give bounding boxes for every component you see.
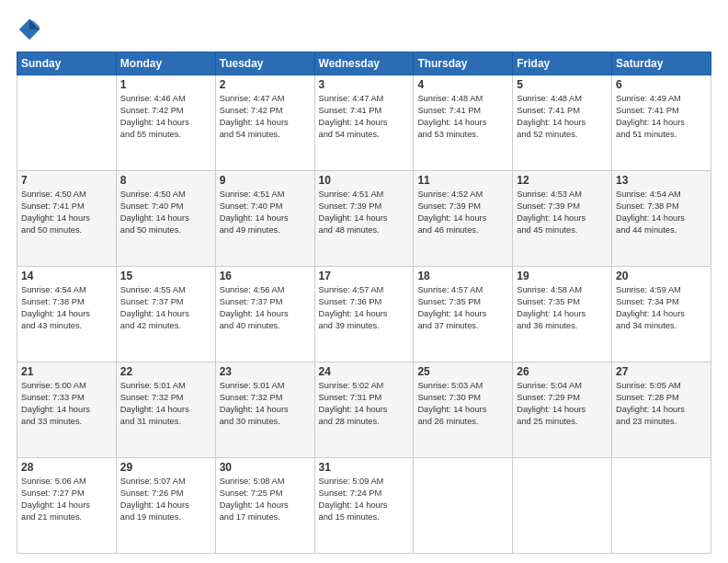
calendar-cell: 1Sunrise: 4:46 AMSunset: 7:42 PMDaylight… — [116, 75, 215, 171]
cell-content: Sunrise: 5:03 AMSunset: 7:30 PMDaylight:… — [417, 380, 508, 428]
day-number: 16 — [220, 270, 311, 282]
day-number: 10 — [319, 174, 410, 187]
cell-content: Sunrise: 4:54 AMSunset: 7:38 PMDaylight:… — [616, 189, 707, 236]
calendar-cell: 17Sunrise: 4:57 AMSunset: 7:36 PMDayligh… — [314, 267, 414, 362]
cell-content: Sunrise: 4:47 AMSunset: 7:41 PMDaylight:… — [319, 93, 410, 141]
cell-content: Sunrise: 4:48 AMSunset: 7:41 PMDaylight:… — [417, 93, 508, 141]
cell-content: Sunrise: 4:54 AMSunset: 7:38 PMDaylight:… — [21, 284, 112, 332]
calendar-week-3: 14Sunrise: 4:54 AMSunset: 7:38 PMDayligh… — [17, 267, 711, 362]
calendar-cell: 21Sunrise: 5:00 AMSunset: 7:33 PMDayligh… — [17, 362, 117, 458]
day-number: 20 — [616, 270, 707, 282]
cell-content: Sunrise: 4:57 AMSunset: 7:35 PMDaylight:… — [417, 284, 508, 332]
cell-content: Sunrise: 5:00 AMSunset: 7:33 PMDaylight:… — [21, 380, 112, 428]
day-number: 13 — [616, 174, 707, 187]
calendar-week-4: 21Sunrise: 5:00 AMSunset: 7:33 PMDayligh… — [17, 362, 711, 458]
cell-content: Sunrise: 4:56 AMSunset: 7:37 PMDaylight:… — [220, 284, 311, 332]
calendar-cell: 9Sunrise: 4:51 AMSunset: 7:40 PMDaylight… — [215, 171, 314, 267]
weekday-header-saturday: Saturday — [612, 52, 711, 75]
day-number: 25 — [417, 365, 508, 378]
calendar-cell: 13Sunrise: 4:54 AMSunset: 7:38 PMDayligh… — [612, 171, 711, 267]
cell-content: Sunrise: 4:47 AMSunset: 7:42 PMDaylight:… — [220, 93, 311, 141]
cell-content: Sunrise: 4:52 AMSunset: 7:39 PMDaylight:… — [417, 189, 508, 236]
calendar-cell: 22Sunrise: 5:01 AMSunset: 7:32 PMDayligh… — [116, 362, 215, 458]
weekday-header-monday: Monday — [116, 52, 215, 75]
header — [17, 17, 711, 42]
day-number: 8 — [120, 174, 211, 187]
calendar-cell: 16Sunrise: 4:56 AMSunset: 7:37 PMDayligh… — [215, 267, 314, 362]
cell-content: Sunrise: 4:50 AMSunset: 7:40 PMDaylight:… — [120, 189, 211, 236]
cell-content: Sunrise: 5:07 AMSunset: 7:26 PMDaylight:… — [120, 476, 211, 523]
cell-content: Sunrise: 4:57 AMSunset: 7:36 PMDaylight:… — [319, 284, 410, 332]
cell-content: Sunrise: 4:55 AMSunset: 7:37 PMDaylight:… — [120, 284, 211, 332]
day-number: 4 — [417, 78, 508, 91]
cell-content: Sunrise: 5:01 AMSunset: 7:32 PMDaylight:… — [120, 380, 211, 428]
cell-content: Sunrise: 4:48 AMSunset: 7:41 PMDaylight:… — [517, 93, 608, 141]
calendar-cell: 26Sunrise: 5:04 AMSunset: 7:29 PMDayligh… — [513, 362, 612, 458]
day-number: 17 — [319, 270, 410, 282]
calendar-cell: 7Sunrise: 4:50 AMSunset: 7:41 PMDaylight… — [17, 171, 117, 267]
cell-content: Sunrise: 4:46 AMSunset: 7:42 PMDaylight:… — [120, 93, 211, 141]
weekday-header-sunday: Sunday — [17, 52, 117, 75]
day-number: 3 — [319, 78, 410, 91]
calendar-cell: 24Sunrise: 5:02 AMSunset: 7:31 PMDayligh… — [314, 362, 414, 458]
day-number: 19 — [517, 270, 608, 282]
day-number: 28 — [21, 461, 112, 474]
calendar-cell: 5Sunrise: 4:48 AMSunset: 7:41 PMDaylight… — [513, 75, 612, 171]
calendar-cell — [513, 458, 612, 554]
calendar-week-5: 28Sunrise: 5:06 AMSunset: 7:27 PMDayligh… — [17, 458, 711, 554]
day-number: 21 — [21, 365, 112, 378]
day-number: 27 — [616, 365, 707, 378]
day-number: 7 — [21, 174, 112, 187]
calendar-cell — [17, 75, 117, 171]
day-number: 15 — [120, 270, 211, 282]
weekday-header-friday: Friday — [513, 52, 612, 75]
day-number: 24 — [319, 365, 410, 378]
day-number: 11 — [417, 174, 508, 187]
cell-content: Sunrise: 4:51 AMSunset: 7:40 PMDaylight:… — [220, 189, 311, 236]
calendar-week-1: 1Sunrise: 4:46 AMSunset: 7:42 PMDaylight… — [17, 75, 711, 171]
calendar-cell: 14Sunrise: 4:54 AMSunset: 7:38 PMDayligh… — [17, 267, 117, 362]
day-number: 12 — [517, 174, 608, 187]
day-number: 5 — [517, 78, 608, 91]
day-number: 23 — [220, 365, 311, 378]
calendar-cell: 2Sunrise: 4:47 AMSunset: 7:42 PMDaylight… — [215, 75, 314, 171]
weekday-header-thursday: Thursday — [414, 52, 513, 75]
calendar-cell: 3Sunrise: 4:47 AMSunset: 7:41 PMDaylight… — [314, 75, 414, 171]
cell-content: Sunrise: 4:53 AMSunset: 7:39 PMDaylight:… — [517, 189, 608, 236]
weekday-header-row: SundayMondayTuesdayWednesdayThursdayFrid… — [17, 52, 711, 75]
calendar-cell: 6Sunrise: 4:49 AMSunset: 7:41 PMDaylight… — [612, 75, 711, 171]
calendar-cell: 12Sunrise: 4:53 AMSunset: 7:39 PMDayligh… — [513, 171, 612, 267]
page: SundayMondayTuesdayWednesdayThursdayFrid… — [0, 0, 728, 563]
calendar-cell — [414, 458, 513, 554]
cell-content: Sunrise: 5:06 AMSunset: 7:27 PMDaylight:… — [21, 476, 112, 523]
cell-content: Sunrise: 4:49 AMSunset: 7:41 PMDaylight:… — [616, 93, 707, 141]
calendar-cell: 28Sunrise: 5:06 AMSunset: 7:27 PMDayligh… — [17, 458, 117, 554]
calendar-cell: 20Sunrise: 4:59 AMSunset: 7:34 PMDayligh… — [612, 267, 711, 362]
calendar-table: SundayMondayTuesdayWednesdayThursdayFrid… — [17, 52, 711, 554]
calendar-cell: 29Sunrise: 5:07 AMSunset: 7:26 PMDayligh… — [116, 458, 215, 554]
calendar-cell: 11Sunrise: 4:52 AMSunset: 7:39 PMDayligh… — [414, 171, 513, 267]
cell-content: Sunrise: 4:50 AMSunset: 7:41 PMDaylight:… — [21, 189, 112, 236]
calendar-cell: 8Sunrise: 4:50 AMSunset: 7:40 PMDaylight… — [116, 171, 215, 267]
cell-content: Sunrise: 5:04 AMSunset: 7:29 PMDaylight:… — [517, 380, 608, 428]
day-number: 6 — [616, 78, 707, 91]
cell-content: Sunrise: 5:09 AMSunset: 7:24 PMDaylight:… — [319, 476, 410, 523]
weekday-header-wednesday: Wednesday — [314, 52, 414, 75]
cell-content: Sunrise: 5:05 AMSunset: 7:28 PMDaylight:… — [616, 380, 707, 428]
calendar-cell: 30Sunrise: 5:08 AMSunset: 7:25 PMDayligh… — [215, 458, 314, 554]
cell-content: Sunrise: 4:59 AMSunset: 7:34 PMDaylight:… — [616, 284, 707, 332]
calendar-week-2: 7Sunrise: 4:50 AMSunset: 7:41 PMDaylight… — [17, 171, 711, 267]
day-number: 14 — [21, 270, 112, 282]
day-number: 31 — [319, 461, 410, 474]
cell-content: Sunrise: 5:08 AMSunset: 7:25 PMDaylight:… — [220, 476, 311, 523]
day-number: 9 — [220, 174, 311, 187]
day-number: 26 — [517, 365, 608, 378]
day-number: 1 — [120, 78, 211, 91]
cell-content: Sunrise: 5:02 AMSunset: 7:31 PMDaylight:… — [319, 380, 410, 428]
day-number: 2 — [220, 78, 311, 91]
calendar-cell: 19Sunrise: 4:58 AMSunset: 7:35 PMDayligh… — [513, 267, 612, 362]
day-number: 18 — [417, 270, 508, 282]
calendar-cell: 27Sunrise: 5:05 AMSunset: 7:28 PMDayligh… — [612, 362, 711, 458]
calendar-cell — [612, 458, 711, 554]
calendar-cell: 23Sunrise: 5:01 AMSunset: 7:32 PMDayligh… — [215, 362, 314, 458]
